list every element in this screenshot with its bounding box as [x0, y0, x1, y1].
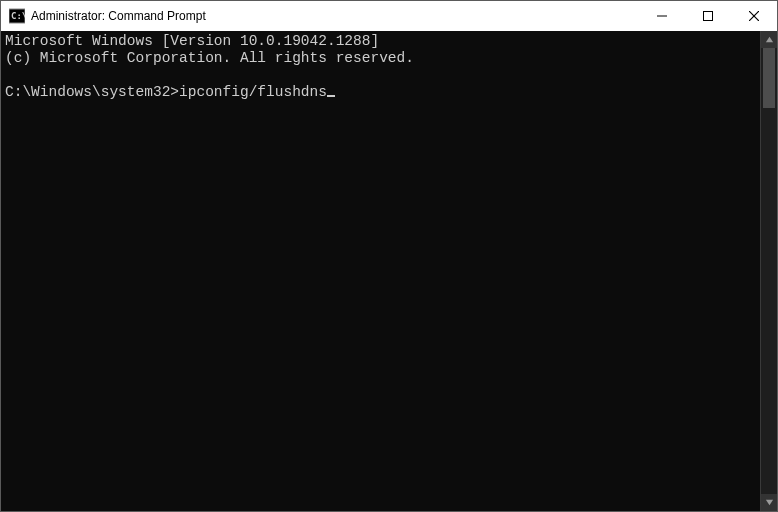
svg-text:C:\: C:\	[11, 11, 25, 21]
terminal-output[interactable]: Microsoft Windows [Version 10.0.19042.12…	[1, 31, 760, 511]
svg-rect-3	[704, 12, 713, 21]
minimize-button[interactable]	[639, 1, 685, 31]
scroll-track[interactable]	[761, 48, 777, 494]
client-area: Microsoft Windows [Version 10.0.19042.12…	[1, 31, 777, 511]
prompt-path: C:\Windows\system32>	[5, 84, 179, 100]
line-copyright: (c) Microsoft Corporation. All rights re…	[5, 50, 414, 66]
scroll-down-button[interactable]	[761, 494, 777, 511]
scroll-up-button[interactable]	[761, 31, 777, 48]
svg-marker-6	[765, 37, 772, 42]
svg-marker-7	[765, 500, 772, 505]
typed-command: ipconfig/flushdns	[179, 84, 327, 100]
vertical-scrollbar[interactable]	[760, 31, 777, 511]
cmd-icon: C:\	[9, 8, 25, 24]
maximize-button[interactable]	[685, 1, 731, 31]
line-version: Microsoft Windows [Version 10.0.19042.12…	[5, 33, 379, 49]
titlebar[interactable]: C:\ Administrator: Command Prompt	[1, 1, 777, 31]
command-prompt-window: C:\ Administrator: Command Prompt Micros…	[0, 0, 778, 512]
text-cursor	[327, 95, 335, 98]
close-button[interactable]	[731, 1, 777, 31]
window-title: Administrator: Command Prompt	[31, 9, 206, 23]
scroll-thumb[interactable]	[763, 48, 775, 108]
